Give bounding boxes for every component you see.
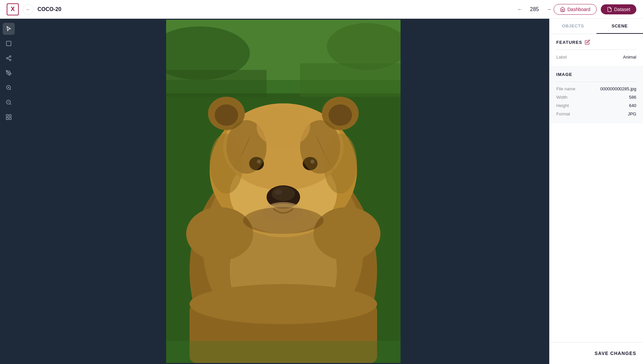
panel-tabs: OBJECTS SCENE — [550, 19, 643, 34]
back-icon: ← — [26, 7, 30, 12]
zoom-out-tool[interactable] — [3, 96, 15, 108]
svg-point-46 — [186, 207, 253, 261]
filename-row: File name 000000000285.jpg — [556, 85, 636, 93]
svg-rect-16 — [6, 118, 8, 120]
project-title: COCO-20 — [38, 6, 515, 12]
svg-point-6 — [8, 72, 9, 73]
prev-image-button[interactable]: ← — [515, 5, 525, 14]
svg-rect-24 — [300, 63, 401, 97]
svg-point-33 — [329, 104, 352, 126]
svg-point-44 — [257, 107, 310, 147]
image-section-title: IMAGE — [556, 72, 636, 77]
label-key: Label — [556, 55, 567, 60]
header-actions: Dashboard Dataset — [554, 4, 636, 15]
dataset-button[interactable]: Dataset — [601, 4, 636, 14]
bear-image — [166, 20, 401, 363]
svg-point-48 — [243, 207, 324, 234]
format-row: Format JPG — [556, 110, 636, 118]
dashboard-label: Dashboard — [567, 7, 590, 12]
format-value: JPG — [628, 111, 636, 116]
zoom-in-tool[interactable] — [3, 82, 15, 94]
svg-line-8 — [10, 89, 11, 90]
pen-icon — [6, 70, 12, 76]
svg-point-47 — [313, 207, 380, 261]
layer-icon — [6, 114, 12, 120]
height-value: 640 — [629, 103, 636, 108]
format-key: Format — [556, 111, 570, 116]
dashboard-button[interactable]: Dashboard — [554, 4, 597, 15]
svg-line-5 — [8, 57, 9, 58]
dataset-label: Dataset — [614, 7, 630, 12]
height-row: Height 640 — [556, 101, 636, 110]
svg-rect-53 — [166, 341, 401, 363]
rectangle-tool[interactable] — [3, 37, 15, 50]
zoom-out-icon — [6, 99, 12, 105]
svg-point-3 — [9, 59, 11, 61]
image-number: 285 — [530, 6, 539, 12]
panel-content: FEATURES Label Animal IMAGE — [550, 34, 643, 342]
image-navigation: ← 285 → — [515, 5, 554, 14]
dataset-icon — [607, 7, 612, 12]
svg-point-50 — [324, 133, 357, 194]
features-section: FEATURES Label Animal — [550, 34, 643, 67]
edit-icon[interactable] — [585, 39, 590, 45]
right-arrow-icon: → — [546, 6, 552, 12]
filename-value: 000000000285.jpg — [600, 86, 636, 91]
height-key: Height — [556, 103, 569, 108]
share-icon — [6, 55, 12, 61]
svg-point-49 — [210, 133, 243, 194]
svg-point-2 — [6, 58, 8, 59]
svg-rect-0 — [6, 41, 11, 46]
features-header: FEATURES — [556, 39, 636, 45]
features-title: FEATURES — [556, 40, 582, 45]
objects-tab[interactable]: OBJECTS — [550, 19, 596, 34]
main-content: OBJECTS SCENE FEATURES Label — [0, 19, 643, 364]
pen-tool[interactable] — [3, 67, 15, 79]
label-value: Animal — [623, 55, 636, 60]
filename-key: File name — [556, 86, 575, 91]
svg-rect-23 — [166, 70, 267, 97]
image-section: IMAGE File name 000000000285.jpg Width 5… — [550, 67, 643, 123]
svg-line-4 — [8, 59, 9, 60]
zoom-in-icon — [6, 85, 12, 91]
canvas-area[interactable] — [17, 19, 549, 364]
next-image-button[interactable]: → — [544, 5, 554, 14]
svg-point-52 — [190, 284, 377, 324]
width-row: Width 586 — [556, 93, 636, 101]
layer-tool[interactable] — [3, 111, 15, 123]
app-logo: X — [7, 3, 19, 15]
right-panel: OBJECTS SCENE FEATURES Label — [549, 19, 643, 364]
svg-rect-14 — [6, 115, 8, 117]
select-tool[interactable] — [3, 23, 15, 35]
save-section: SAVE CHANGES — [550, 342, 643, 364]
label-row: Label Animal — [556, 53, 636, 61]
svg-point-40 — [274, 189, 282, 195]
svg-line-12 — [10, 103, 11, 104]
svg-rect-15 — [9, 115, 11, 117]
svg-point-1 — [9, 56, 11, 58]
svg-point-31 — [215, 104, 238, 126]
svg-point-39 — [272, 186, 295, 201]
svg-rect-17 — [9, 118, 11, 120]
header: X ← COCO-20 ← 285 → Dashboard Dataset — [0, 0, 643, 19]
image-canvas[interactable] — [166, 20, 401, 363]
scene-tab[interactable]: SCENE — [596, 19, 643, 34]
width-key: Width — [556, 95, 567, 100]
left-toolbar — [0, 19, 17, 364]
back-button[interactable]: ← — [23, 4, 33, 15]
share-tool[interactable] — [3, 52, 15, 64]
left-arrow-icon: ← — [517, 6, 523, 12]
rectangle-icon — [6, 40, 12, 47]
width-value: 586 — [629, 95, 636, 100]
dashboard-icon — [560, 7, 565, 12]
save-changes-button[interactable]: SAVE CHANGES — [556, 348, 636, 359]
cursor-icon — [6, 26, 12, 32]
